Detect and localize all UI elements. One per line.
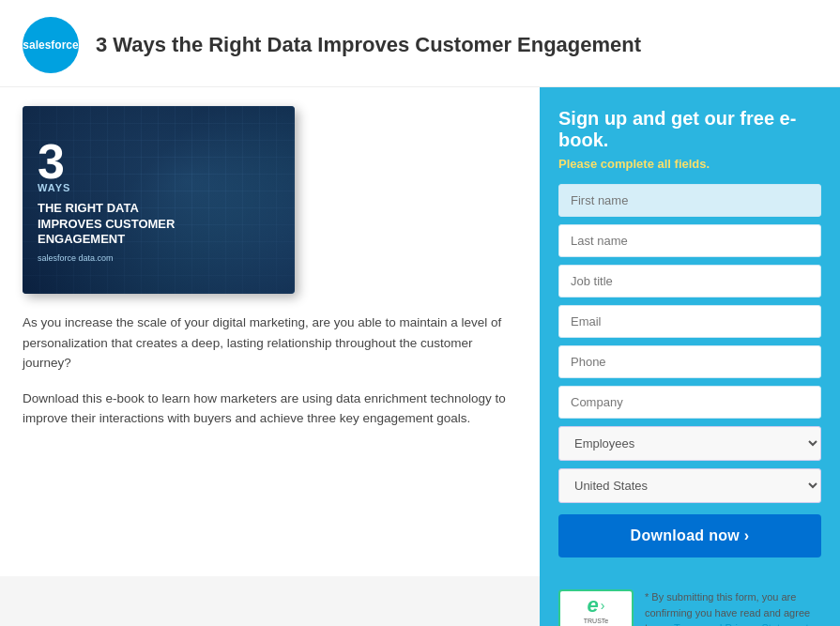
logo-text: salesforce <box>23 38 78 52</box>
trust-badges-row: e › TRUSTeCertified Privacy * By submitt… <box>558 589 821 626</box>
description-paragraph-1: As you increase the scale of your digita… <box>23 313 517 374</box>
book-ways-label: WAYS <box>38 182 280 193</box>
download-button[interactable]: Download now › <box>558 514 821 557</box>
truste-text: TRUSTeCertified Privacy <box>573 618 620 626</box>
main-content: 3 WAYS THE RIGHT DATAIMPROVES CUSTOMEREN… <box>0 87 840 576</box>
bottom-area: e › TRUSTeCertified Privacy * By submitt… <box>0 576 840 626</box>
truste-badge: e › TRUSTeCertified Privacy <box>558 589 634 626</box>
employees-select[interactable]: Employees 1-10 11-50 51-200 201-500 501-… <box>558 426 821 461</box>
last-name-input[interactable] <box>558 224 821 257</box>
company-input[interactable] <box>558 386 821 419</box>
truste-e-icon: e <box>588 593 599 618</box>
first-name-input[interactable] <box>558 184 821 217</box>
phone-input[interactable] <box>558 345 821 378</box>
terms-link[interactable]: Terms and Privacy Statement. <box>674 622 812 626</box>
left-panel: 3 WAYS THE RIGHT DATAIMPROVES CUSTOMEREN… <box>0 87 540 576</box>
disclaimer-text: * By submitting this form, you are confi… <box>645 591 810 626</box>
page-title: 3 Ways the Right Data Improves Customer … <box>96 32 641 58</box>
truste-arrow-icon: › <box>601 598 605 613</box>
country-select[interactable]: United States Canada United Kingdom Aust… <box>558 468 821 503</box>
email-input[interactable] <box>558 305 821 338</box>
form-subtitle: Please complete all fields. <box>558 157 821 171</box>
book-subtitle: THE RIGHT DATAIMPROVES CUSTOMERENGAGEMEN… <box>38 201 280 249</box>
right-panel: Sign up and get our free e-book. Please … <box>540 87 840 576</box>
trust-disclaimer: * By submitting this form, you are confi… <box>645 589 821 626</box>
bottom-right: e › TRUSTeCertified Privacy * By submitt… <box>540 576 840 626</box>
book-number: 3 <box>38 137 280 186</box>
bottom-left <box>0 576 540 626</box>
book-brand: salesforce data.com <box>38 253 280 263</box>
salesforce-logo: salesforce <box>23 17 79 73</box>
job-title-input[interactable] <box>558 265 821 298</box>
form-title: Sign up and get our free e-book. <box>558 108 821 151</box>
header: salesforce 3 Ways the Right Data Improve… <box>0 0 840 87</box>
description-paragraph-2: Download this e-book to learn how market… <box>23 389 517 429</box>
book-cover: 3 WAYS THE RIGHT DATAIMPROVES CUSTOMEREN… <box>23 106 295 294</box>
